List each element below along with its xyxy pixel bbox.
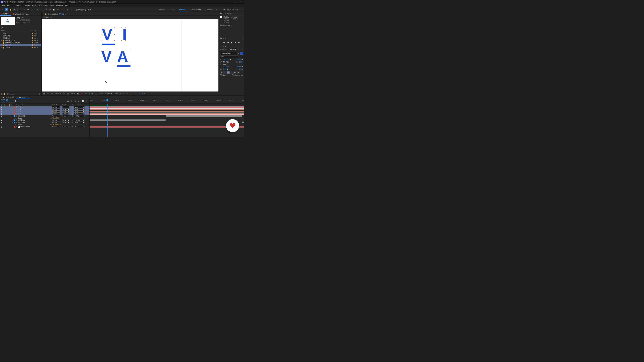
shy-icon[interactable]: 👁 bbox=[71, 100, 74, 103]
timeline-layer-row[interactable]: ◉▸4TVNormal▾None▾⊚None▾ bbox=[0, 113, 90, 115]
timeline-search[interactable]: 🔎 bbox=[14, 100, 67, 102]
ligatures-checkbox[interactable] bbox=[220, 74, 222, 76]
snap-icon-2[interactable]: ✦ bbox=[90, 8, 92, 11]
graph-editor-icon[interactable]: 📊 bbox=[82, 100, 85, 103]
workspace-libraries[interactable]: Libraries bbox=[205, 8, 214, 11]
workspace-default[interactable]: Default bbox=[158, 8, 166, 11]
workspace-smallscreen[interactable]: Small Screen bbox=[189, 8, 202, 11]
swap-icon[interactable]: ⇄ bbox=[242, 56, 243, 58]
pan-behind-tool[interactable]: ⊕ bbox=[22, 8, 26, 11]
project-item[interactable]: 02.jpgImpo bbox=[0, 34, 42, 37]
comp-tab-name[interactable]: Comp 1 bbox=[59, 13, 66, 15]
hscale-value[interactable]: 100 % bbox=[237, 66, 242, 67]
eyedropper-icon[interactable]: ✎ bbox=[238, 53, 240, 54]
search-input[interactable] bbox=[227, 8, 244, 11]
menu-layer[interactable]: Layer bbox=[24, 4, 31, 6]
timeline-layer-row[interactable]: ◉▸2TV 2Normal▾None▾⊚None▾ bbox=[0, 108, 90, 110]
view2-icon[interactable]: ▭ bbox=[126, 92, 129, 95]
mask-icon[interactable]: ▭ bbox=[46, 92, 49, 95]
track-row[interactable] bbox=[90, 126, 244, 128]
draft-3d-icon[interactable]: ⊡ bbox=[86, 100, 88, 103]
text-tool[interactable]: T bbox=[40, 8, 44, 11]
tab-paragraph[interactable]: aragaph bbox=[219, 49, 228, 50]
close-tab-icon[interactable]: × bbox=[17, 96, 18, 98]
fill-color-swatch[interactable] bbox=[240, 52, 243, 55]
baseline-shift-value[interactable]: 0 px bbox=[223, 68, 226, 70]
views-dropdown[interactable]: 1 View bbox=[113, 93, 118, 94]
timecode-display[interactable]: 00035 bbox=[70, 93, 75, 94]
panel-menu-icon[interactable]: ≡ bbox=[67, 13, 68, 15]
minimize-button[interactable]: — bbox=[228, 0, 233, 3]
viewport[interactable]: V I V A ↖ bbox=[42, 19, 219, 91]
timeline-layer-list[interactable]: ◉▸1TANormal▾⊚None▾◉▸2TV 2Normal▾None▾⊚No… bbox=[0, 106, 90, 137]
tab-project[interactable]: Project≡ bbox=[0, 12, 11, 15]
exposure-reset-icon[interactable]: ⊙ bbox=[138, 92, 141, 95]
comp-thumbnail[interactable]: V IVA bbox=[1, 17, 15, 25]
track-row[interactable] bbox=[90, 110, 244, 113]
hindi-checkbox[interactable] bbox=[232, 74, 234, 76]
superscript-button[interactable]: T¹ bbox=[233, 71, 236, 74]
zoom-tool[interactable]: 🔍 bbox=[13, 8, 16, 11]
timeline-layer-row[interactable]: ◉▸8■White Solid 1Normal▾None▾⊚None▾ bbox=[0, 126, 90, 128]
tab-info[interactable]: Info bbox=[219, 13, 224, 14]
comp-mini-icon[interactable]: ▣ bbox=[67, 100, 70, 103]
col-name[interactable]: Name bbox=[1, 30, 29, 32]
frame-blend-icon[interactable]: ▦ bbox=[75, 100, 77, 103]
new-comp-icon[interactable]: ▣ bbox=[7, 93, 8, 95]
interpret-icon[interactable]: ▦ bbox=[1, 93, 2, 95]
font-family-dropdown[interactable]: Proxima Nova bbox=[220, 52, 238, 55]
font-weight-dropdown[interactable]: Bold bbox=[220, 55, 238, 58]
project-item[interactable]: 01.jpgImpo bbox=[0, 32, 42, 34]
snapshot-icon[interactable]: 📷 bbox=[76, 92, 79, 95]
layer-i[interactable]: I bbox=[122, 27, 127, 42]
zoom-dropdown[interactable]: 200% bbox=[55, 93, 59, 94]
composition-canvas[interactable]: V I V A bbox=[42, 19, 218, 91]
camera-dropdown[interactable]: Active Camera bbox=[99, 93, 110, 94]
menu-file[interactable]: File bbox=[1, 4, 6, 6]
fast-preview-icon[interactable]: ▦ bbox=[91, 92, 94, 95]
tab-effect-controls[interactable]: Effect Controls A bbox=[11, 12, 30, 15]
orbit-tool[interactable]: ↻ bbox=[18, 8, 22, 11]
project-list[interactable]: 01.jpgImpo02.jpgImpo03.jpgImpo▸▇bandera_… bbox=[0, 32, 42, 92]
track-row[interactable] bbox=[90, 115, 244, 117]
stroke-swatch[interactable] bbox=[239, 56, 241, 58]
panel-menu-icon[interactable]: ≡ bbox=[242, 37, 244, 39]
track-row[interactable] bbox=[90, 121, 244, 123]
project-item[interactable]: ▣Comp 1Com bbox=[0, 44, 42, 46]
roto-tool[interactable]: ✂ bbox=[56, 8, 60, 11]
maximize-button[interactable]: ▢ bbox=[233, 0, 238, 3]
panel-menu-icon[interactable]: ≡ bbox=[28, 96, 28, 98]
tab-character[interactable]: Character bbox=[228, 49, 238, 50]
leading-value[interactable]: 150 px bbox=[237, 59, 242, 60]
tracking-value[interactable]: 200 bbox=[239, 61, 242, 63]
workspace-learn[interactable]: Learn bbox=[168, 8, 175, 11]
first-frame-button[interactable]: ⏮ bbox=[223, 41, 226, 44]
panel-menu-icon[interactable]: ≡ bbox=[8, 13, 10, 15]
selection-tool[interactable]: ▲ bbox=[5, 8, 8, 11]
timeline-tab-bandera[interactable]: ×bandera_AE bbox=[1, 96, 16, 98]
timeline-layer-row[interactable]: ◉▸1TANormal▾⊚None▾ bbox=[0, 106, 90, 108]
alpha-icon[interactable]: ▦ bbox=[42, 92, 45, 95]
current-time-indicator[interactable] bbox=[106, 99, 108, 101]
timeline-tab-comp1[interactable]: ×Comp 1≡ bbox=[16, 96, 30, 98]
bpc-button[interactable]: 8 bpc bbox=[10, 93, 14, 95]
menu-edit[interactable]: Edit bbox=[6, 4, 12, 6]
timeline-layer-row[interactable]: ◉▸5▭02.jpgNormal▾None▾⊚7. 03.jpg▾ bbox=[0, 115, 90, 117]
puppet-tool[interactable]: 📍 bbox=[60, 8, 64, 11]
menu-window[interactable]: Window bbox=[55, 4, 64, 6]
tab-preview[interactable]: Preview bbox=[219, 37, 228, 39]
grid-icon[interactable]: ⊞ bbox=[51, 92, 53, 95]
timeline-layer-row[interactable]: ◉▸3TINormal▾None▾⊚None▾ bbox=[0, 110, 90, 113]
rect-tool[interactable]: ▭ bbox=[26, 8, 30, 11]
italic-button[interactable]: T bbox=[223, 71, 226, 74]
layer-v-bottom[interactable]: V bbox=[101, 49, 112, 64]
panel-menu-icon[interactable]: ≡ bbox=[238, 49, 239, 51]
kerning-value[interactable]: Metrics bbox=[223, 61, 228, 63]
next-frame-button[interactable]: ▶ bbox=[234, 41, 237, 44]
tracks-container[interactable] bbox=[90, 106, 244, 128]
track-row[interactable] bbox=[90, 108, 244, 110]
home-tool[interactable]: ⌂ bbox=[1, 8, 4, 11]
project-item[interactable]: ▸▇bandera_AEFolde bbox=[0, 39, 42, 41]
layer-v-top[interactable]: V bbox=[102, 27, 112, 42]
timeline-icon[interactable]: ◳ bbox=[95, 92, 98, 95]
